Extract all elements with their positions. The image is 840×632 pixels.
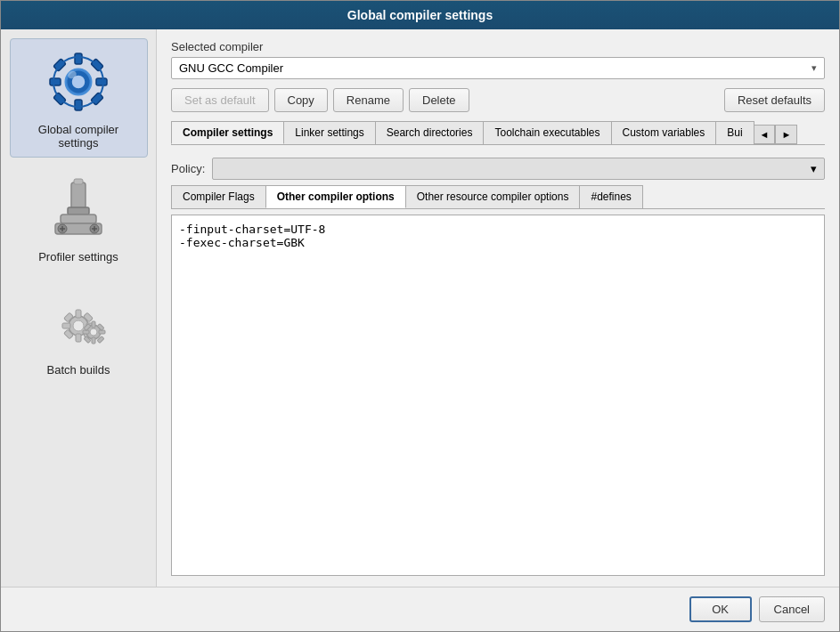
- title-bar: Global compiler settings: [1, 1, 839, 29]
- svg-rect-41: [99, 330, 105, 334]
- sidebar-item-batch-builds[interactable]: Batch builds: [10, 280, 148, 384]
- inner-tab-compiler-flags[interactable]: Compiler Flags: [171, 185, 266, 208]
- sidebar-item-batch-builds-label: Batch builds: [47, 363, 110, 377]
- inner-tab-other-resource-compiler-options[interactable]: Other resource compiler options: [405, 185, 581, 208]
- compiler-dropdown-value: GNU GCC Compiler: [179, 61, 283, 75]
- dialog: Global compiler settings: [0, 0, 840, 632]
- compiler-dropdown[interactable]: GNU GCC Compiler ▾: [171, 57, 825, 79]
- rename-button[interactable]: Rename: [333, 88, 404, 112]
- gear-blue-icon: [43, 46, 114, 117]
- tab-linker-settings[interactable]: Linker settings: [283, 121, 375, 144]
- inner-tab-other-compiler-options[interactable]: Other compiler options: [265, 185, 406, 208]
- profiler-icon: [43, 174, 114, 245]
- tab-bui[interactable]: Bui: [715, 121, 754, 144]
- tab-compiler-settings[interactable]: Compiler settings: [171, 121, 284, 144]
- svg-rect-28: [76, 310, 81, 318]
- svg-rect-25: [74, 179, 83, 184]
- tab-search-directories[interactable]: Search directories: [375, 121, 485, 144]
- inner-tabs: Compiler Flags Other compiler options Ot…: [171, 185, 825, 209]
- chevron-down-icon: ▾: [811, 62, 817, 74]
- cancel-button[interactable]: Cancel: [759, 596, 825, 622]
- policy-label: Policy:: [171, 162, 205, 175]
- sidebar-item-profiler[interactable]: Profiler settings: [10, 166, 148, 271]
- svg-rect-15: [71, 182, 86, 209]
- ok-button[interactable]: OK: [689, 596, 752, 622]
- sidebar-item-global-compiler[interactable]: Global compilersettings: [10, 38, 148, 158]
- policy-chevron-icon: ▾: [811, 162, 817, 175]
- compiler-options-textarea[interactable]: [172, 215, 824, 575]
- sidebar: Global compilersettings: [1, 29, 157, 587]
- tab-nav-right-button[interactable]: ►: [775, 125, 797, 144]
- policy-row: Policy: ▾: [171, 158, 825, 180]
- copy-button[interactable]: Copy: [274, 88, 328, 112]
- svg-rect-2: [75, 53, 82, 64]
- svg-rect-40: [83, 330, 89, 334]
- svg-rect-3: [75, 100, 82, 110]
- sidebar-item-profiler-label: Profiler settings: [38, 250, 118, 263]
- set-as-default-button[interactable]: Set as default: [171, 88, 269, 112]
- svg-point-37: [90, 328, 97, 336]
- content-area: Global compilersettings: [1, 29, 839, 587]
- svg-rect-30: [62, 323, 70, 328]
- outer-tabs: Compiler settings Linker settings Search…: [171, 121, 825, 145]
- reset-defaults-button[interactable]: Reset defaults: [724, 88, 825, 112]
- svg-rect-29: [76, 334, 81, 342]
- svg-rect-39: [92, 337, 95, 344]
- svg-rect-5: [96, 78, 107, 85]
- main-panel: Selected compiler GNU GCC Compiler ▾ Set…: [157, 29, 839, 587]
- delete-button[interactable]: Delete: [409, 88, 469, 112]
- svg-rect-16: [68, 207, 89, 215]
- svg-rect-4: [50, 78, 61, 85]
- svg-point-27: [73, 320, 84, 331]
- batch-builds-icon: [43, 287, 114, 358]
- dialog-title: Global compiler settings: [347, 8, 493, 22]
- compiler-settings-panel: Policy: ▾ Compiler Flags Other compiler …: [171, 154, 825, 576]
- tab-custom-variables[interactable]: Custom variables: [611, 121, 717, 144]
- svg-rect-38: [92, 321, 95, 328]
- sidebar-item-global-compiler-label: Global compilersettings: [38, 123, 118, 150]
- tab-toolchain-executables[interactable]: Toolchain executables: [483, 121, 611, 144]
- bottom-buttons: OK Cancel: [1, 587, 839, 631]
- inner-tab-defines[interactable]: #defines: [579, 185, 642, 208]
- selected-compiler-label: Selected compiler: [171, 40, 825, 53]
- svg-rect-17: [61, 215, 96, 223]
- toolbar-row: Set as default Copy Rename Delete Reset …: [171, 88, 825, 112]
- policy-dropdown[interactable]: ▾: [212, 158, 825, 180]
- tab-nav-left-button[interactable]: ◄: [754, 125, 776, 144]
- compiler-options-container: [171, 215, 825, 576]
